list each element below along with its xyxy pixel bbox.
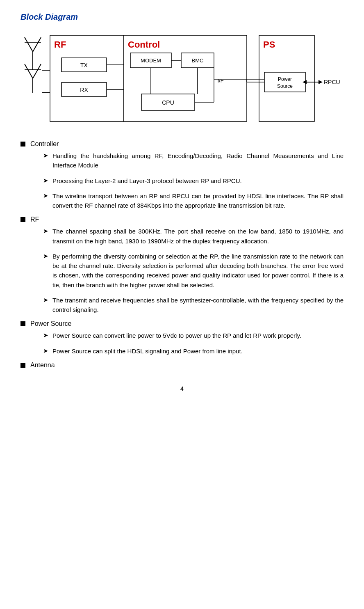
bullet-label-powersource: Power Source (30, 320, 72, 327)
bullet-label-rf: RF (30, 216, 39, 223)
bullet-powersource: Power Source (20, 320, 344, 327)
rf-sub-text-1: The channel spacing shall be 300KHz. The… (52, 227, 344, 246)
svg-marker-43 (303, 80, 307, 84)
arrow-icon-3: ➤ (43, 192, 48, 199)
bullet-icon-controller (20, 142, 25, 147)
powersource-sub-1: ➤ Power Source can convert line power to… (43, 331, 344, 340)
arrow-icon-5: ➤ (43, 252, 48, 260)
bullet-icon-rf (20, 217, 25, 222)
controller-sub-text-3: The wireline transport between an RP and… (52, 191, 344, 211)
svg-text:I/F: I/F (217, 78, 223, 84)
svg-text:RX: RX (80, 87, 88, 93)
svg-text:Source: Source (277, 83, 293, 89)
powersource-sub-text-1: Power Source can convert line power to 5… (52, 331, 301, 340)
rf-sub-1: ➤ The channel spacing shall be 300KHz. T… (43, 227, 344, 246)
rf-sub-text-3: The transmit and receive frequencies sha… (52, 295, 344, 315)
controller-sub-text-2: Processing the Layer-2 and Layer-3 proto… (52, 176, 242, 185)
arrow-icon-6: ➤ (43, 296, 48, 304)
bullet-icon-antenna (20, 363, 25, 368)
svg-line-5 (25, 64, 33, 78)
arrow-icon-8: ➤ (43, 347, 48, 355)
rf-sub-text-2: By performing the diversity combining or… (52, 252, 344, 290)
rf-sub-list: ➤ The channel spacing shall be 300KHz. T… (43, 227, 344, 314)
page-number: 4 (20, 385, 344, 392)
svg-line-2 (33, 37, 41, 52)
bullet-rf: RF (20, 216, 344, 223)
powersource-sub-2: ➤ Power Source can split the HDSL signal… (43, 346, 344, 356)
svg-text:PS: PS (263, 39, 275, 50)
block-diagram: RF TX RX Control MODEM BMC I/F CPU (20, 29, 344, 129)
svg-text:BMC: BMC (192, 57, 204, 64)
bullet-section: Controller ➤ Handling the handshaking am… (20, 140, 344, 369)
controller-sub-text-1: Handling the handshaking among RF, Encod… (52, 151, 344, 170)
arrow-icon-4: ➤ (43, 227, 48, 235)
rf-sub-3: ➤ The transmit and receive frequencies s… (43, 295, 344, 315)
svg-text:Control: Control (128, 39, 160, 50)
bullet-icon-powersource (20, 321, 25, 326)
controller-sub-2: ➤ Processing the Layer-2 and Layer-3 pro… (43, 176, 344, 185)
svg-line-6 (33, 64, 41, 78)
controller-sub-3: ➤ The wireline transport between an RP a… (43, 191, 344, 211)
powersource-sub-text-2: Power Source can split the HDSL signalin… (52, 346, 243, 356)
svg-text:MODEM: MODEM (141, 57, 161, 64)
bullet-label-controller: Controller (30, 140, 59, 148)
svg-text:RPCU: RPCU (324, 79, 340, 85)
rf-sub-2: ➤ By performing the diversity combining … (43, 252, 344, 290)
controller-sub-list: ➤ Handling the handshaking among RF, Enc… (43, 151, 344, 210)
controller-sub-1: ➤ Handling the handshaking among RF, Enc… (43, 151, 344, 170)
svg-text:Power: Power (278, 76, 292, 82)
bullet-label-antenna: Antenna (30, 362, 55, 369)
bullet-controller: Controller (20, 140, 344, 148)
svg-text:TX: TX (80, 62, 88, 69)
powersource-sub-list: ➤ Power Source can convert line power to… (43, 331, 344, 356)
svg-line-1 (25, 37, 33, 52)
arrow-icon-1: ➤ (43, 152, 48, 159)
arrow-icon-2: ➤ (43, 177, 48, 184)
svg-text:CPU: CPU (162, 99, 174, 106)
bullet-antenna: Antenna (20, 362, 344, 369)
arrow-icon-7: ➤ (43, 332, 48, 339)
svg-marker-44 (318, 80, 323, 84)
page-title: Block Diagram (20, 12, 344, 22)
svg-text:RF: RF (54, 39, 66, 50)
